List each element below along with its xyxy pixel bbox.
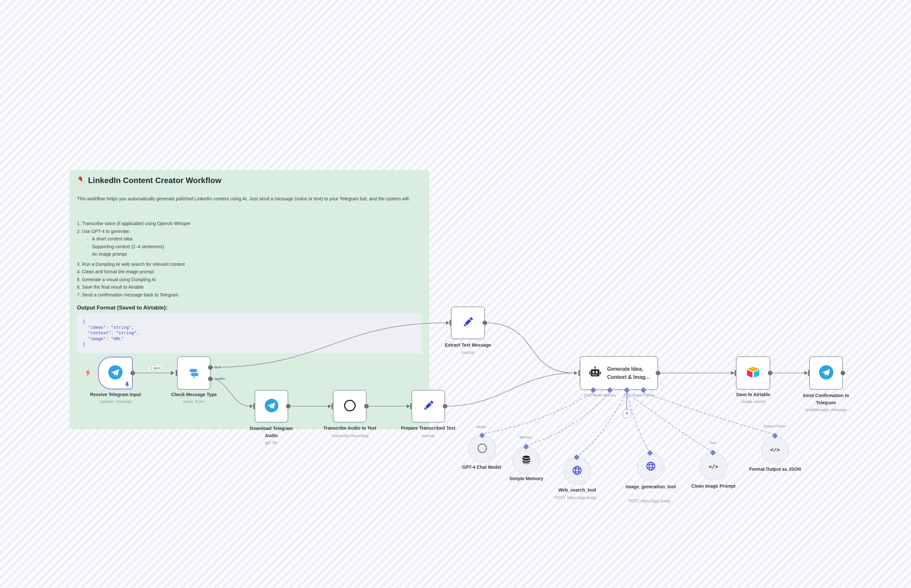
output-port-download[interactable] [286, 404, 290, 409]
openai-icon [477, 443, 488, 456]
output-port-prepare[interactable] [443, 404, 447, 409]
connections-layer [0, 0, 911, 588]
node-subtitle-transcribe: Transcribe Recording [331, 434, 368, 438]
node-extract-text-message[interactable] [451, 307, 485, 339]
port-label-model: Model [477, 425, 486, 429]
port-label-tool: Tool [623, 393, 630, 397]
code-icon: </> [709, 464, 718, 470]
output-port-receive[interactable] [130, 371, 135, 375]
node-subtitle-send: sendMessage: message [805, 407, 847, 412]
node-subtitle-extract: manual [461, 350, 474, 355]
connection-text-to-extract[interactable] [210, 323, 446, 367]
subnode-label-imagegen: Image_generation_tool [621, 483, 680, 490]
output-label-text: text [214, 365, 221, 369]
subnode-web-search-tool[interactable] [563, 457, 591, 485]
subnode-subtitle-websearch: POST: https://app.dump... [554, 496, 599, 500]
telegram-icon [819, 365, 834, 381]
port-label-memory: Memory [603, 393, 616, 397]
node-label-extract: Extract Text Message [445, 342, 491, 347]
node-label-save: Save to Airtable [736, 392, 770, 397]
subnode-label-formatjson: Format Output as JSON [749, 465, 801, 473]
node-prepare-transcribed-text[interactable] [412, 390, 445, 423]
subnode-label-cleanprompt: Clean Image Prompt [691, 483, 735, 489]
output-port-generate[interactable] [656, 371, 660, 375]
trigger-lightning-icon [86, 369, 91, 378]
node-label-send: Send Confirmation to Telegram [798, 392, 854, 406]
output-port-check-audio[interactable] [208, 376, 212, 381]
port-label-output-parser: Output Parser [632, 393, 654, 397]
input-arrow-prepare[interactable] [407, 404, 410, 408]
subnode-gpt4-chat-model[interactable] [468, 435, 496, 463]
input-arrow-save[interactable] [731, 371, 734, 375]
node-generate-idea-agent[interactable]: Generate Idea, Context & Imag... [580, 356, 658, 390]
airtable-icon [746, 365, 761, 381]
node-send-confirmation-telegram[interactable] [809, 356, 843, 389]
pencil-icon [421, 398, 436, 414]
node-download-telegram-audio[interactable] [254, 390, 288, 423]
telegram-icon [108, 365, 123, 381]
port-label-chat-model: Chat Model [584, 393, 602, 397]
input-arrow-generate[interactable] [574, 371, 578, 375]
subnode-label-simple-memory: Simple Memory [509, 476, 543, 481]
output-port-extract[interactable] [483, 321, 487, 325]
subnode-clean-image-prompt[interactable]: </> [700, 453, 727, 480]
subnode-label-websearch: Web_search_tool [558, 487, 596, 493]
connection-outputparser-to-formatjson[interactable] [643, 393, 773, 434]
port-label-memory-sub: Memory [519, 435, 532, 439]
node-check-message-type[interactable] [177, 356, 211, 389]
database-icon [520, 454, 532, 467]
subnode-subtitle-imagegen: POST: https://app.dump... [628, 499, 673, 503]
connection-chatmodel-to-gpt4[interactable] [483, 393, 593, 434]
node-subtitle-receive: Updates: message [99, 399, 132, 404]
output-port-save[interactable] [768, 371, 772, 375]
agent-title-line1: Generate Idea, [607, 365, 650, 373]
pencil-icon [461, 315, 475, 331]
node-transcribe-audio-to-text[interactable] [333, 390, 366, 423]
code-icon: </> [770, 447, 780, 453]
subnode-format-output-json[interactable]: </> [761, 436, 789, 463]
openai-icon [343, 398, 357, 414]
node-subtitle-save: create: record [741, 399, 765, 404]
input-arrow-extract[interactable] [446, 321, 450, 325]
globe-icon [571, 464, 583, 478]
port-label-tool-sub: Tool [709, 441, 716, 445]
node-label-check: Check Message Type [171, 392, 217, 397]
agent-title-line2: Context & Imag... [607, 373, 650, 381]
robot-icon [588, 365, 602, 381]
input-arrow-transcribe[interactable] [328, 404, 332, 408]
node-receive-telegram-input[interactable] [98, 357, 133, 389]
node-save-to-airtable[interactable] [736, 356, 770, 389]
edge-label-one-item: 1 item [149, 366, 161, 370]
output-label-audio: audio [215, 376, 225, 381]
port-label-output-parser-sub: Output Parser [763, 424, 786, 428]
switch-icon [187, 365, 201, 381]
subnode-label-gpt4: GPT-4 Chat Model [462, 465, 501, 470]
connection-tool-to-imagegen[interactable] [627, 393, 649, 451]
node-subtitle-download: get: file [265, 441, 278, 445]
pinned-data-pin-icon [125, 382, 130, 389]
output-port-transcribe[interactable] [364, 404, 369, 409]
output-port-send[interactable] [841, 371, 845, 375]
node-label-download: Download Telegram Audio [245, 425, 297, 439]
node-label-prepare: Prepare Transcribed Text [401, 425, 455, 431]
subnode-image-generation-tool[interactable] [637, 453, 665, 480]
node-label-receive: Receive Telegram Input [90, 392, 141, 397]
node-label-transcribe: Transcribe Audio to Text [323, 425, 377, 431]
connection-tool-to-websearch[interactable] [578, 393, 627, 456]
subnode-simple-memory[interactable] [512, 447, 540, 474]
add-tool-button[interactable]: + [623, 409, 631, 418]
telegram-icon [264, 398, 279, 414]
input-arrow-send[interactable] [804, 371, 808, 375]
node-subtitle-prepare: manual [421, 434, 434, 438]
connection-extract-to-generate[interactable] [485, 323, 574, 373]
output-port-check-text[interactable] [208, 365, 212, 370]
input-arrow-check[interactable] [171, 371, 174, 375]
globe-icon [645, 460, 657, 474]
node-subtitle-check: mode: Rules [183, 399, 205, 404]
input-arrow-download[interactable] [250, 404, 253, 408]
connection-prepare-to-generate[interactable] [445, 373, 574, 406]
workflow-canvas[interactable]: LinkedIn Content Creator Workflow This w… [0, 0, 911, 588]
agent-node-title: Generate Idea, Context & Imag... [607, 365, 650, 381]
